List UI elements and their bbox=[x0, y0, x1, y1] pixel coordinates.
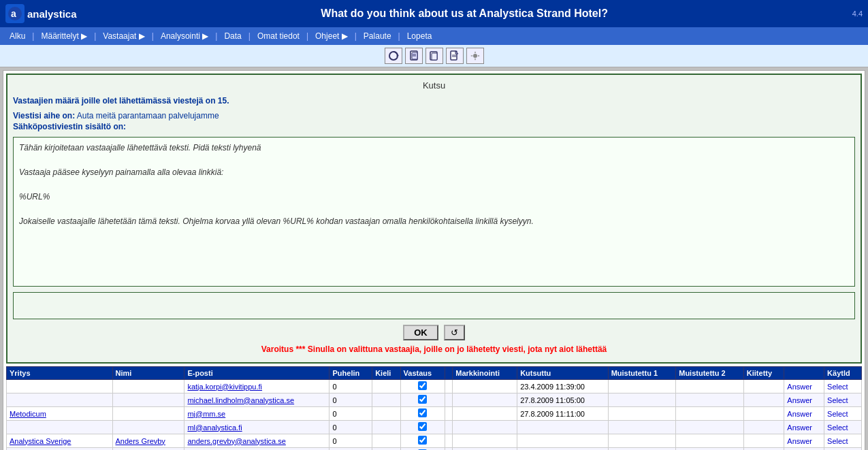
ok-area: OK ↺ bbox=[13, 325, 855, 340]
cell-kutsuttu bbox=[517, 434, 609, 448]
cell-yritys bbox=[7, 393, 113, 407]
cell-vastaus[interactable] bbox=[400, 393, 445, 407]
col-kaytld: Käytld bbox=[824, 367, 862, 380]
cell-answer[interactable]: Answer bbox=[784, 421, 824, 434]
cell-markkinointi bbox=[453, 448, 517, 451]
cell-muistutettu1 bbox=[608, 421, 676, 434]
table-row: Analystica SverigeAnders Grevbyanders.gr… bbox=[7, 434, 862, 448]
cell-answer[interactable]: Answer bbox=[784, 448, 824, 451]
main-content: Kutsu Vastaajien määrä joille olet lähet… bbox=[6, 74, 862, 364]
nav-analysointi[interactable]: Analysointi ▶ bbox=[157, 30, 212, 42]
cell-yritys[interactable]: Analystica Sverige bbox=[7, 434, 113, 448]
cell-answer[interactable]: Answer bbox=[784, 380, 824, 393]
cell-kiitetty bbox=[743, 434, 784, 448]
cell-answer[interactable]: Answer bbox=[784, 434, 824, 448]
cell-eposti[interactable]: katja.korpi@kivitippu.fi bbox=[184, 380, 329, 393]
nav-ohjeet[interactable]: Ohjeet ▶ bbox=[311, 30, 352, 42]
subject-info: Viestisi aihe on: Auta meitä parantamaan… bbox=[13, 111, 855, 120]
cell-select[interactable]: Select bbox=[824, 393, 862, 407]
toolbar-settings-btn[interactable] bbox=[466, 48, 484, 64]
cell-yritys bbox=[7, 421, 113, 434]
message-line-1: Tähän kirjoitetaan vastaajalle lähetettä… bbox=[19, 143, 849, 152]
cell-muistutettu2 bbox=[676, 393, 744, 407]
cell-muistutettu2 bbox=[676, 448, 744, 451]
cell-kieli bbox=[372, 407, 400, 421]
cell-eposti[interactable]: mj@mm.se bbox=[184, 407, 329, 421]
cell-muistutettu1 bbox=[608, 448, 676, 451]
cell-kiitetty bbox=[743, 380, 784, 393]
cell-kieli bbox=[372, 434, 400, 448]
recipients-info: Vastaajien määrä joille olet lähettämäss… bbox=[13, 96, 855, 106]
ok-button[interactable]: OK bbox=[403, 325, 438, 340]
nav-alku[interactable]: Alku bbox=[5, 30, 29, 42]
cell-yritys[interactable]: Suomen Kornetalogian bbox=[7, 448, 113, 451]
cell-vastaus[interactable] bbox=[400, 421, 445, 434]
header-title: What do you think about us at Analystica… bbox=[77, 7, 852, 20]
col-yritys: Yritys bbox=[7, 367, 113, 380]
nav-maarittelyt[interactable]: Määrittelyt ▶ bbox=[37, 30, 91, 42]
cell-vastaus[interactable] bbox=[400, 407, 445, 421]
cell-puhelin: 0 bbox=[329, 434, 372, 448]
cell-vastaus[interactable] bbox=[400, 448, 445, 451]
table-row: michael.lindholm@analystica.se027.8.2009… bbox=[7, 393, 862, 407]
col-muistutettu1: Muistutettu 1 bbox=[608, 367, 676, 380]
cell-select[interactable]: Select bbox=[824, 421, 862, 434]
cell-answer[interactable]: Answer bbox=[784, 407, 824, 421]
cell-yritys bbox=[7, 380, 113, 393]
cell-kieli bbox=[372, 421, 400, 434]
table-row: Metodicummj@mm.se027.8.2009 11:11:00Answ… bbox=[7, 407, 862, 421]
cell-select[interactable]: Select bbox=[824, 448, 862, 451]
cell-puhelin bbox=[329, 448, 372, 451]
toolbar-paste-btn[interactable] bbox=[425, 48, 443, 64]
cell-nimi bbox=[112, 407, 184, 421]
nav-omat-tiedot[interactable]: Omat tiedot bbox=[253, 30, 304, 42]
cell-select[interactable]: Select bbox=[824, 407, 862, 421]
cell-select[interactable]: Select bbox=[824, 434, 862, 448]
cell-markkinointi bbox=[453, 380, 517, 393]
cell-nimi[interactable]: Anna-Liisa bbox=[112, 448, 184, 451]
toolbar-copy-btn[interactable] bbox=[405, 48, 423, 64]
cell-kutsuttu: 27.8.2009 11:11:00 bbox=[517, 407, 609, 421]
section-title: Kutsu bbox=[13, 80, 855, 91]
cell-puhelin: 0 bbox=[329, 407, 372, 421]
cancel-button[interactable]: ↺ bbox=[444, 325, 465, 340]
col-puhelin: Puhelin bbox=[329, 367, 372, 380]
cell-puhelin: 0 bbox=[329, 380, 372, 393]
body-label: Sähköpostiviestin sisältö on: bbox=[13, 122, 855, 131]
respondents-table: Yritys Nimi E-posti Puhelin Kieli Vastau… bbox=[6, 366, 862, 450]
table-row: katja.korpi@kivitippu.fi023.4.2009 11:39… bbox=[7, 380, 862, 393]
toolbar-doc-btn[interactable] bbox=[446, 48, 464, 64]
nav-palaute[interactable]: Palaute bbox=[359, 30, 396, 42]
cell-eposti[interactable]: anders.grevby@analystica.se bbox=[184, 434, 329, 448]
cell-muistutettu1 bbox=[608, 407, 676, 421]
cell-nimi[interactable]: Anders Grevby bbox=[112, 434, 184, 448]
svg-text:a: a bbox=[11, 8, 16, 19]
logo-name: analystica bbox=[27, 8, 77, 20]
version-label: 4.4 bbox=[852, 10, 863, 18]
nav-lopeta[interactable]: Lopeta bbox=[403, 30, 436, 42]
cell-muistutettu1 bbox=[608, 380, 676, 393]
cell-empty1 bbox=[445, 421, 453, 434]
cell-kiitetty bbox=[743, 407, 784, 421]
header: a analystica What do you think about us … bbox=[0, 0, 868, 27]
cell-muistutettu2 bbox=[676, 380, 744, 393]
table-row: Suomen KornetalogianAnna-Liisaanna-liisa… bbox=[7, 448, 862, 451]
cell-empty1 bbox=[445, 448, 453, 451]
cell-vastaus[interactable] bbox=[400, 380, 445, 393]
cell-select[interactable]: Select bbox=[824, 380, 862, 393]
nav-vastaajat[interactable]: Vastaajat ▶ bbox=[99, 30, 148, 42]
cell-empty1 bbox=[445, 407, 453, 421]
cell-eposti[interactable]: ml@analystica.fi bbox=[184, 421, 329, 434]
cell-answer[interactable]: Answer bbox=[784, 393, 824, 407]
cell-nimi bbox=[112, 393, 184, 407]
cell-empty1 bbox=[445, 393, 453, 407]
nav-data[interactable]: Data bbox=[220, 30, 245, 42]
cell-yritys[interactable]: Metodicum bbox=[7, 407, 113, 421]
col-kutsuttu: Kutsuttu bbox=[517, 367, 609, 380]
cell-empty1 bbox=[445, 434, 453, 448]
cell-vastaus[interactable] bbox=[400, 434, 445, 448]
cell-eposti[interactable]: michael.lindholm@analystica.se bbox=[184, 393, 329, 407]
cell-kutsuttu: 23.4.2009 11:39:00 bbox=[517, 380, 609, 393]
cell-eposti[interactable]: anna-liisa.haksa.lahta@sivv.fi bbox=[184, 448, 329, 451]
toolbar-refresh-btn[interactable] bbox=[385, 48, 402, 64]
